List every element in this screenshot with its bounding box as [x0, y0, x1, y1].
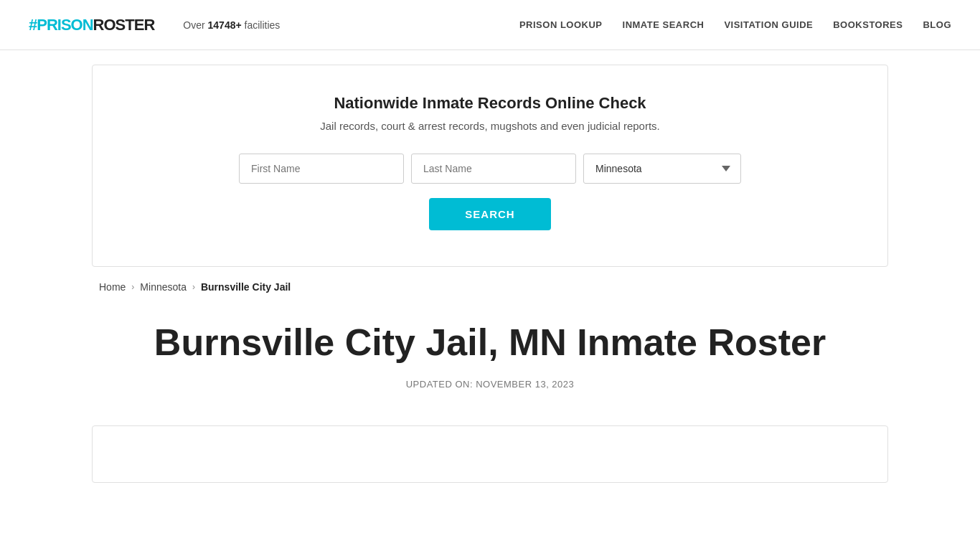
breadcrumb-chevron-1: › [131, 282, 134, 292]
nav-prison-lookup[interactable]: PRISON LOOKUP [519, 19, 603, 30]
navbar: #PRISONROSTER Over 14748+ facilities PRI… [0, 0, 980, 50]
nav-inmate-search[interactable]: INMATE SEARCH [623, 19, 705, 30]
search-form: Minnesota Alabama Alaska Arizona Califor… [121, 154, 859, 184]
nav-visitation-guide[interactable]: VISITATION GUIDE [724, 19, 813, 30]
search-section: Nationwide Inmate Records Online Check J… [92, 65, 888, 267]
breadcrumb-current: Burnsville City Jail [201, 281, 291, 293]
search-section-title: Nationwide Inmate Records Online Check [121, 94, 859, 113]
bottom-card [92, 425, 888, 483]
search-button[interactable]: SEARCH [429, 198, 550, 230]
breadcrumb-state[interactable]: Minnesota [140, 281, 187, 293]
breadcrumb-chevron-2: › [192, 282, 195, 292]
nav-bookstores[interactable]: BOOKSTORES [833, 19, 903, 30]
first-name-input[interactable] [239, 154, 404, 184]
state-select[interactable]: Minnesota Alabama Alaska Arizona Califor… [583, 154, 741, 184]
last-name-input[interactable] [411, 154, 576, 184]
facilities-count: 14748+ [208, 19, 242, 31]
breadcrumb: Home › Minnesota › Burnsville City Jail [92, 281, 888, 293]
logo-hash: # [29, 16, 37, 34]
logo-roster: ROSTER [93, 16, 155, 34]
updated-label: UPDATED ON: NOVEMBER 13, 2023 [99, 379, 881, 390]
tagline-prefix: Over [183, 19, 207, 31]
logo-prison: PRISON [37, 16, 93, 34]
logo[interactable]: #PRISONROSTER [29, 16, 154, 34]
nav-menu: PRISON LOOKUP INMATE SEARCH VISITATION G… [519, 19, 951, 30]
page-title: Burnsville City Jail, MN Inmate Roster [99, 321, 881, 364]
tagline-suffix: facilities [242, 19, 281, 31]
nav-blog[interactable]: BLOG [923, 19, 951, 30]
breadcrumb-home[interactable]: Home [99, 281, 126, 293]
search-button-row: SEARCH [121, 198, 859, 230]
facilities-tagline: Over 14748+ facilities [183, 19, 280, 31]
main-content: Burnsville City Jail, MN Inmate Roster U… [92, 307, 888, 425]
search-section-subtitle: Jail records, court & arrest records, mu… [121, 120, 859, 132]
